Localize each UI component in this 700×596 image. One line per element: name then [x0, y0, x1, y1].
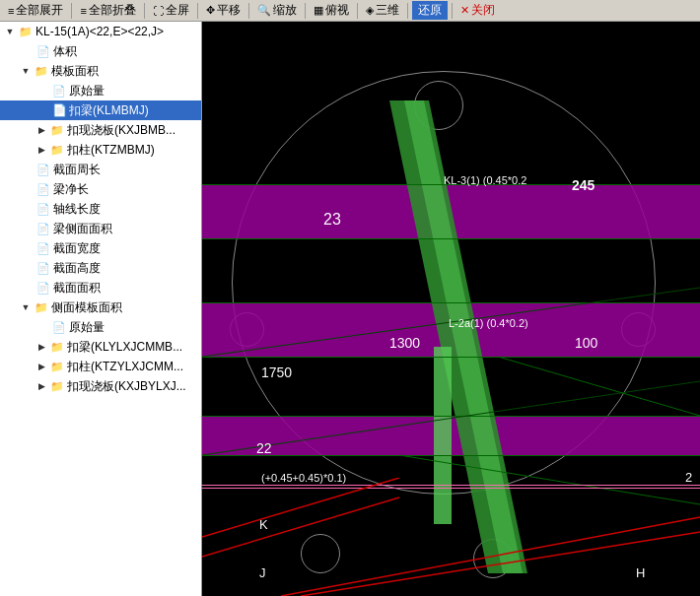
sep8 [452, 3, 453, 19]
expand-all-btn[interactable]: ≡ 全部展开 [4, 1, 67, 20]
label-formula: (+0.45+0.45)*0.1) [261, 472, 346, 484]
cmmbmj-label: 侧面模板面积 [51, 299, 122, 316]
tree-kxjbylxj[interactable]: ▶ 📁 扣现浇板(KXJBYLXJ... [0, 376, 201, 396]
jmgd-file-icon: 📄 [35, 260, 51, 276]
restore-label: 还原 [418, 2, 442, 19]
label-2-right: 2 [685, 470, 692, 485]
cm-ysl-file-icon: 📄 [51, 319, 67, 335]
cmjmj-spacer [18, 221, 34, 236]
tree-zzcd[interactable]: 📄 轴线长度 [0, 199, 201, 219]
klylxj-folder-icon: 📁 [49, 339, 65, 355]
tiji-label: 体积 [53, 43, 77, 60]
fullscreen-icon: ⛶ [153, 5, 164, 17]
tree-jmzc[interactable]: 📄 截面周长 [0, 160, 201, 179]
tree-kxjbmb[interactable]: ▶ 📁 扣现浇板(KXJBMB... [0, 120, 201, 140]
sep4 [248, 3, 249, 19]
sep7 [407, 3, 408, 19]
kxjbylxj-folder-icon: 📁 [49, 378, 65, 394]
jmzc-label: 截面周长 [53, 162, 101, 178]
kxjbylxj-expand-icon[interactable]: ▶ [34, 378, 49, 394]
restore-btn[interactable]: 还原 [412, 1, 448, 20]
root-label: KL-15(1A)<22,E><22,J> [35, 25, 164, 38]
tree-cmmbmj[interactable]: ▼ 📁 侧面模板面积 [0, 298, 201, 317]
cmmbmj-expand-icon[interactable]: ▼ [18, 299, 34, 315]
tree-jmgd[interactable]: 📄 截面高度 [0, 258, 201, 278]
svg-line-10 [301, 532, 700, 596]
toolbar: ≡ 全部展开 ≡ 全部折叠 ⛶ 全屏 ✥ 平移 🔍 缩放 ▦ 俯视 ◈ 三维 还… [0, 0, 700, 22]
lzc-label: 梁净长 [53, 181, 89, 198]
close-label: 关闭 [471, 2, 495, 19]
tree-cm-yuanshiliang[interactable]: 📄 原始量 [0, 317, 201, 337]
root-expand-icon[interactable]: ▼ [2, 24, 18, 39]
ktzmbmj-expand-icon[interactable]: ▶ [34, 142, 49, 158]
collapse-all-btn[interactable]: ≡ 全部折叠 [76, 1, 139, 20]
tree-jmkd[interactable]: 📄 截面宽度 [0, 238, 201, 258]
mban-expand-icon[interactable]: ▼ [18, 63, 34, 79]
label-k: K [259, 517, 268, 532]
tree-tiji[interactable]: 📄 体积 [0, 41, 201, 61]
close-btn[interactable]: ✕ 关闭 [456, 1, 499, 20]
main-layout: ▼ 📁 KL-15(1A)<22,E><22,J> 📄 体积 ▼ 📁 模板面积 … [0, 22, 700, 596]
tree-mban[interactable]: ▼ 📁 模板面积 [0, 61, 201, 81]
fullscreen-btn[interactable]: ⛶ 全屏 [149, 1, 193, 20]
cmmbmj-folder-icon: 📁 [34, 299, 49, 315]
kxjbylxj-label: 扣现浇板(KXJBYLXJ... [67, 378, 186, 395]
jmmj-spacer [18, 280, 34, 296]
threed-btn[interactable]: ◈ 三维 [362, 1, 403, 20]
jmzc-file-icon: 📄 [35, 162, 51, 177]
zoom-label: 缩放 [273, 2, 297, 19]
plan-view-btn[interactable]: ▦ 俯视 [310, 1, 353, 20]
mban-label: 模板面积 [51, 63, 99, 80]
label-kl3: KL-3(1) (0.45*0.2 [444, 174, 526, 186]
svg-line-8 [202, 497, 399, 557]
ktzylxj-folder-icon: 📁 [49, 359, 65, 374]
kxjbmb-label: 扣现浇板(KXJBMB... [67, 122, 175, 139]
tree-klmbmj[interactable]: 📄 扣梁(KLMBMJ) [0, 100, 201, 120]
label-l2a: L-2a(1) (0.4*0.2) [449, 317, 528, 329]
label-h: H [636, 565, 645, 580]
label-245: 245 [572, 177, 595, 193]
tree-lzc[interactable]: 📄 梁净长 [0, 179, 201, 199]
zzcd-label: 轴线长度 [53, 201, 101, 218]
tree-yuanshiliang[interactable]: 📄 原始量 [0, 81, 201, 100]
tree-panel: ▼ 📁 KL-15(1A)<22,E><22,J> 📄 体积 ▼ 📁 模板面积 … [0, 22, 202, 596]
ktzmbmj-label: 扣柱(KTZMBMJ) [67, 142, 155, 159]
kxjbmb-folder-icon: 📁 [49, 122, 65, 138]
canvas-panel[interactable]: KL-3(1) (0.45*0.2 245 23 L-2a(1) (0.4*0.… [202, 22, 700, 596]
label-j: J [259, 565, 266, 580]
kxjbmb-expand-icon[interactable]: ▶ [34, 122, 49, 138]
sep2 [144, 3, 145, 19]
klmbmj-file-icon: 📄 [51, 102, 67, 118]
pan-label: 平移 [217, 2, 241, 19]
tree-root[interactable]: ▼ 📁 KL-15(1A)<22,E><22,J> [0, 22, 201, 41]
expand-all-label: 全部展开 [16, 2, 63, 19]
cm-ysl-spacer [34, 319, 49, 335]
cm-ysl-label: 原始量 [69, 319, 105, 336]
mban-folder-icon: 📁 [34, 63, 49, 79]
jmkd-file-icon: 📄 [35, 240, 51, 256]
tree-jmmj[interactable]: 📄 截面面积 [0, 278, 201, 298]
ysl-label: 原始量 [69, 83, 105, 99]
ktzylxj-expand-icon[interactable]: ▶ [34, 359, 49, 374]
pan-btn[interactable]: ✥ 平移 [202, 1, 245, 20]
cmjmj-label: 梁侧面面积 [53, 221, 112, 237]
tiji-spacer [18, 43, 34, 59]
cmjmj-file-icon: 📄 [35, 221, 51, 236]
collapse-all-label: 全部折叠 [89, 2, 136, 19]
tree-ktzmbmj[interactable]: ▶ 📁 扣柱(KTZMBMJ) [0, 140, 201, 160]
tree-ktzylxjcmm[interactable]: ▶ 📁 扣柱(KTZYLXJCMM... [0, 357, 201, 376]
klylxj-expand-icon[interactable]: ▶ [34, 339, 49, 355]
collapse-icon: ≡ [80, 5, 86, 17]
tree-cmjmj[interactable]: 📄 梁侧面面积 [0, 219, 201, 238]
zoom-btn[interactable]: 🔍 缩放 [253, 1, 301, 20]
jmkd-label: 截面宽度 [53, 240, 101, 257]
jmgd-label: 截面高度 [53, 260, 101, 277]
plan-icon: ▦ [314, 4, 323, 17]
tiji-file-icon: 📄 [35, 43, 51, 59]
jmmj-label: 截面面积 [53, 280, 101, 297]
tree-klylxjcmmb[interactable]: ▶ 📁 扣梁(KLYLXJCMMB... [0, 337, 201, 357]
jmmj-file-icon: 📄 [35, 280, 51, 296]
jmzc-spacer [18, 162, 34, 177]
ktzylxj-label: 扣柱(KTZYLXJCMM... [67, 359, 183, 375]
klylxj-label: 扣梁(KLYLXJCMMB... [67, 339, 182, 356]
